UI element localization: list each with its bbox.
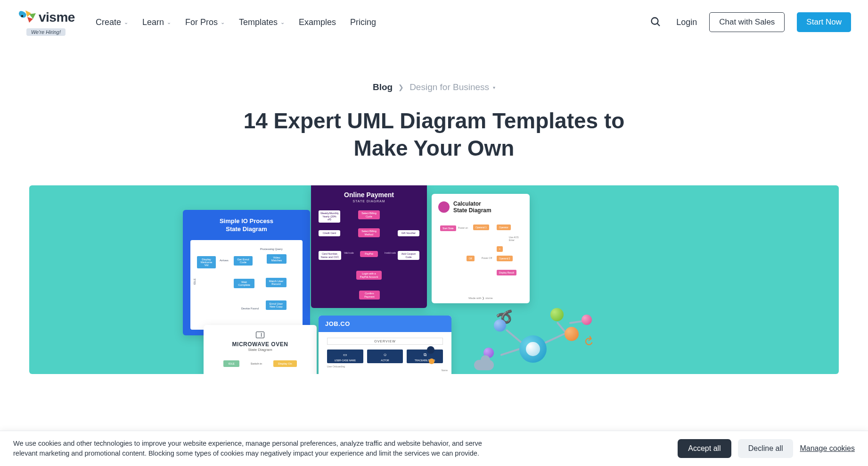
chat-with-sales-button[interactable]: Chat with Sales xyxy=(709,12,785,32)
nav-templates[interactable]: Templates⌄ xyxy=(239,17,285,27)
site-header: visme We're Hiring! Create⌄ Learn⌄ For P… xyxy=(0,0,868,40)
search-button[interactable] xyxy=(647,13,664,32)
chevron-right-icon: ❯ xyxy=(398,83,404,91)
nav-for-pros[interactable]: For Pros⌄ xyxy=(185,17,225,27)
nav-pricing[interactable]: Pricing xyxy=(350,17,376,27)
nav-create[interactable]: Create⌄ xyxy=(96,17,128,27)
login-link[interactable]: Login xyxy=(676,17,697,27)
template-card-simple-io: Simple IO ProcessState Diagram IDLE Arri… xyxy=(183,210,310,335)
template-card-online-payment: Online Payment STATE DIAGRAM Weekly/Mont… xyxy=(311,185,427,308)
search-icon xyxy=(650,16,661,27)
chevron-down-icon: ⌄ xyxy=(221,19,225,25)
caret-down-icon: ▾ xyxy=(493,85,495,90)
nav-learn[interactable]: Learn⌄ xyxy=(142,17,171,27)
logo-mark xyxy=(17,8,37,26)
svg-point-0 xyxy=(21,15,24,17)
breadcrumb-category[interactable]: Design for Business ▾ xyxy=(409,82,495,92)
chevron-down-icon: ⌄ xyxy=(167,19,171,25)
template-card-microwave: MICROWAVE OVEN State Diagram IDLE Switch… xyxy=(204,325,317,374)
primary-nav: Create⌄ Learn⌄ For Pros⌄ Templates⌄ Exam… xyxy=(96,17,376,27)
nav-examples[interactable]: Examples xyxy=(299,17,336,27)
logo-block[interactable]: visme We're Hiring! xyxy=(17,8,75,36)
cloud-icon xyxy=(474,360,494,370)
decorative-molecule: ➰ ↻ xyxy=(472,308,604,374)
chevron-down-icon: ⌄ xyxy=(124,19,128,25)
hiring-badge[interactable]: We're Hiring! xyxy=(26,28,66,36)
logo-text: visme xyxy=(39,10,75,25)
template-card-jobco: JOB.CO OVERVIEW ▭USER-CASE NAME ☺ACTOR ⧉… xyxy=(319,316,451,374)
curved-arrow-icon: ↻ xyxy=(580,333,598,350)
svg-line-2 xyxy=(657,23,660,25)
breadcrumb: Blog ❯ Design for Business ▾ xyxy=(0,82,868,92)
chevron-down-icon: ⌄ xyxy=(280,19,285,25)
microwave-icon xyxy=(256,332,264,338)
svg-point-1 xyxy=(652,17,658,24)
template-card-calculator: CalculatorState Diagram Start State Powe… xyxy=(432,194,530,303)
start-now-button[interactable]: Start Now xyxy=(797,12,851,32)
calculator-icon xyxy=(438,201,450,213)
breadcrumb-blog[interactable]: Blog xyxy=(373,82,393,92)
hero-image: Simple IO ProcessState Diagram IDLE Arri… xyxy=(29,185,839,374)
page-title: 14 Expert UML Diagram Templates to Make … xyxy=(241,108,627,162)
